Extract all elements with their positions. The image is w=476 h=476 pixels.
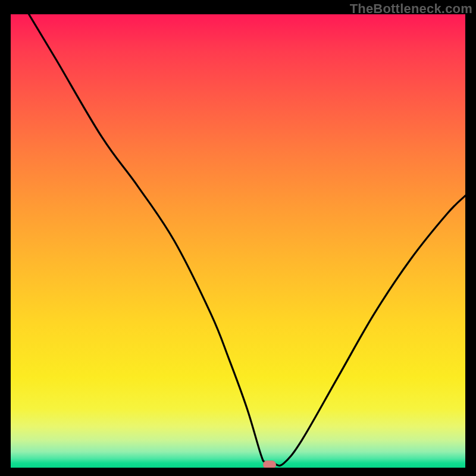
- plot-area: [11, 14, 465, 468]
- optimal-point-marker: [263, 461, 276, 468]
- bottleneck-curve: [11, 14, 465, 468]
- chart-stage: TheBottleneck.com: [0, 0, 476, 476]
- watermark-text: TheBottleneck.com: [350, 1, 472, 17]
